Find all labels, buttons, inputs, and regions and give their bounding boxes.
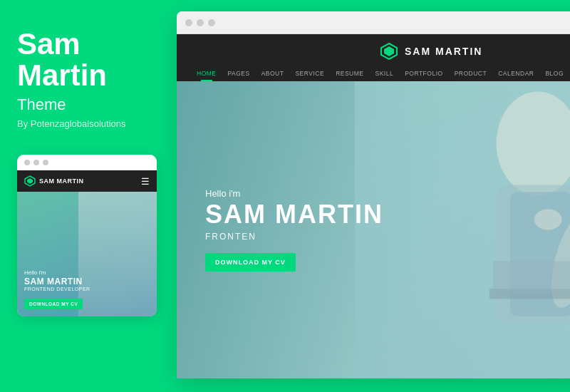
- desktop-site-name: SAM MARTIN: [405, 46, 482, 57]
- mobile-site-name: SAM MARTIN: [39, 177, 84, 185]
- mobile-hero-role: FRONTEND DEVELOPER: [24, 287, 150, 292]
- theme-label: Theme: [17, 96, 160, 114]
- mobile-navbar: SAM MARTIN ☰: [17, 170, 157, 192]
- mobile-browser-chrome: [17, 155, 157, 170]
- mobile-hello-text: Hello i'm: [24, 269, 150, 276]
- mobile-logo: SAM MARTIN: [24, 175, 84, 187]
- mobile-dot-2: [33, 160, 39, 165]
- right-panel: SAM MARTIN HOME PAGES ABOUT SERVICE RESU…: [177, 0, 570, 392]
- theme-title: Sam Martin Theme By Potenzaglobalsolutio…: [17, 29, 160, 155]
- nav-link-product[interactable]: PRODUCT: [449, 67, 493, 80]
- nav-link-home[interactable]: HOME: [191, 67, 222, 80]
- hero-hello: Hello i'm: [205, 188, 383, 199]
- hamburger-icon[interactable]: ☰: [141, 176, 150, 187]
- browser-dot-2: [197, 19, 204, 26]
- left-panel: Sam Martin Theme By Potenzaglobalsolutio…: [0, 0, 177, 392]
- svg-marker-1: [27, 178, 33, 184]
- nav-brand-area: SAM MARTIN: [191, 34, 570, 67]
- desktop-logo-icon: [380, 43, 398, 60]
- nav-link-skill[interactable]: SKILL: [370, 67, 400, 80]
- theme-author: By Potenzaglobalsolutions: [17, 118, 160, 129]
- mobile-preview-card: SAM MARTIN ☰ Hello i'm SAM MARTIN FRONTE…: [17, 155, 157, 316]
- desktop-navbar: SAM MARTIN HOME PAGES ABOUT SERVICE RESU…: [177, 34, 570, 81]
- desktop-nav-links: HOME PAGES ABOUT SERVICE RESUME SKILL PO…: [191, 67, 570, 81]
- nav-link-about[interactable]: ABOUT: [256, 67, 290, 80]
- theme-name: Sam Martin: [17, 29, 160, 91]
- nav-link-blog[interactable]: BLOG: [539, 67, 569, 80]
- mobile-logo-icon: [24, 175, 36, 187]
- svg-point-4: [497, 92, 570, 195]
- svg-point-8: [534, 209, 562, 229]
- nav-link-pages[interactable]: PAGES: [222, 67, 256, 80]
- nav-link-calendar[interactable]: CALENDAR: [492, 67, 539, 80]
- browser-dot-3: [208, 19, 215, 26]
- svg-marker-3: [384, 46, 394, 56]
- mobile-dot-3: [43, 160, 48, 165]
- mobile-cv-button[interactable]: DOWNLOAD MY CV: [24, 299, 83, 309]
- desktop-browser: SAM MARTIN HOME PAGES ABOUT SERVICE RESU…: [177, 11, 570, 378]
- mobile-dot-1: [24, 160, 30, 165]
- nav-link-portfolio[interactable]: PORTFOLIO: [399, 67, 448, 80]
- mobile-hero-text: Hello i'm SAM MARTIN FRONTEND DEVELOPER …: [24, 269, 150, 309]
- browser-chrome: [177, 11, 570, 34]
- mobile-hero: Hello i'm SAM MARTIN FRONTEND DEVELOPER …: [17, 192, 157, 316]
- hero-content: Hello i'm SAM MARTIN FRONTEN DOWNLOAD MY…: [177, 188, 412, 272]
- desktop-hero: Hello i'm SAM MARTIN FRONTEN DOWNLOAD MY…: [177, 81, 570, 378]
- mobile-hero-name: SAM MARTIN: [24, 277, 150, 287]
- nav-link-service[interactable]: SERVICE: [289, 67, 330, 80]
- hero-cv-button[interactable]: DOWNLOAD MY CV: [205, 253, 296, 272]
- nav-link-resume[interactable]: RESUME: [330, 67, 369, 80]
- hero-role: FRONTEN: [205, 232, 383, 242]
- hero-name: SAM MARTIN: [205, 202, 383, 227]
- svg-rect-10: [493, 261, 570, 292]
- browser-dot-1: [185, 19, 192, 26]
